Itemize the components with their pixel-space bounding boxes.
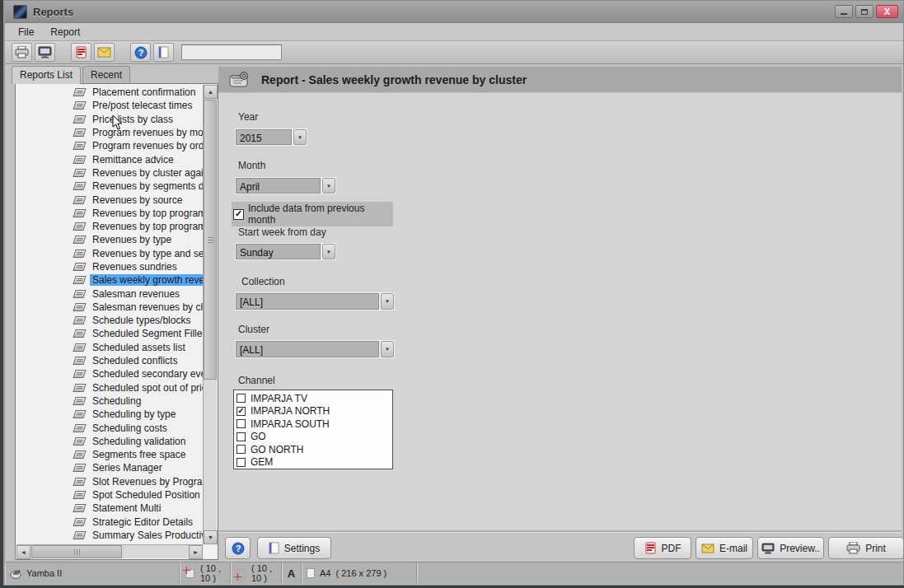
list-item[interactable]: Scheduled assets list	[16, 341, 203, 354]
menu-file[interactable]: File	[12, 25, 40, 40]
list-item[interactable]: Series Manager	[16, 461, 203, 474]
toolbar: ?	[5, 41, 903, 64]
tab-recent[interactable]: Recent	[82, 66, 130, 83]
list-item[interactable]: Revenues by cluster against	[16, 166, 203, 180]
list-item[interactable]: Scheduling costs	[16, 421, 203, 434]
minimize-button[interactable]	[835, 5, 853, 18]
list-item[interactable]: Revenues by top programs	[16, 207, 203, 220]
list-item[interactable]: Statement Multi	[16, 502, 203, 515]
settings-button[interactable]: Settings	[257, 537, 331, 559]
list-item[interactable]: Salesman revenues	[16, 287, 203, 300]
list-item[interactable]: Scheduled conflicts	[16, 354, 203, 367]
list-item[interactable]: Placement confirmation	[16, 86, 203, 99]
list-item[interactable]: Sales weekly growth revenu	[16, 273, 203, 287]
pdf-toolbar-button[interactable]	[71, 43, 91, 62]
list-item[interactable]: Spot Scheduled Position	[16, 488, 203, 502]
channel-checkbox[interactable]	[237, 394, 246, 403]
chevron-down-icon[interactable]	[322, 244, 335, 259]
channel-checkbox[interactable]	[237, 458, 246, 467]
vertical-scroll-thumb[interactable]	[204, 100, 217, 380]
list-item[interactable]: Strategic Editor Details	[16, 516, 203, 529]
collection-dropdown[interactable]: [ALL]	[235, 292, 395, 310]
include-previous-checkbox[interactable]	[233, 209, 244, 220]
start-week-dropdown[interactable]: Sunday	[235, 243, 336, 260]
horizontal-scroll-thumb[interactable]	[31, 545, 122, 558]
help-button[interactable]: ?	[225, 537, 251, 559]
reports-listbox: Placement confirmationPre/post telecast …	[15, 83, 218, 560]
list-item[interactable]: Scheduling by type	[16, 408, 203, 421]
chevron-down-icon[interactable]	[293, 129, 307, 145]
year-dropdown[interactable]: 2015	[235, 128, 307, 146]
settings-toolbar-button[interactable]	[153, 43, 174, 62]
list-item[interactable]: Scheduled Segment Fillers	[16, 327, 203, 340]
scroll-down-icon[interactable]: ▼	[204, 530, 218, 544]
channel-option[interactable]: GO NORTH	[237, 443, 392, 456]
help-toolbar-button[interactable]: ?	[130, 43, 151, 62]
list-item[interactable]: Scheduled secondary events	[16, 367, 203, 380]
list-item[interactable]: Revenues by segments deta	[16, 180, 203, 193]
chevron-down-icon[interactable]	[322, 178, 335, 194]
channel-option[interactable]: IMPARJA NORTH	[237, 405, 392, 418]
list-item-label: Segments free space	[90, 449, 188, 460]
email-toolbar-button[interactable]	[94, 43, 115, 62]
pdf-button[interactable]: PDF	[634, 537, 691, 559]
preview-button[interactable]: Preview..	[757, 537, 824, 559]
preview-toolbar-button[interactable]	[35, 43, 55, 62]
channel-option[interactable]: IMPARJA TV	[237, 392, 392, 405]
report-item-icon	[73, 156, 86, 164]
report-form: Year 2015 Month April Include data from …	[218, 93, 902, 532]
scroll-right-icon[interactable]: ►	[189, 545, 203, 559]
list-item[interactable]: Revenues by type and segm	[16, 247, 203, 260]
help-icon: ?	[134, 46, 148, 59]
list-item[interactable]: Scheduled spot out of price l	[16, 381, 203, 394]
menu-report[interactable]: Report	[44, 25, 87, 40]
list-item[interactable]: Scheduling	[16, 394, 203, 408]
list-item-label: Scheduled conflicts	[90, 355, 180, 366]
list-item-label: Revenues by top programs	[90, 208, 203, 219]
channel-option-label: GO NORTH	[251, 444, 303, 455]
app-window: Reports X File Report ?	[3, 0, 904, 586]
email-button[interactable]: E-mail	[696, 537, 753, 559]
list-item[interactable]: Revenues sundries	[16, 260, 203, 273]
include-previous-month-row[interactable]: Include data from previous month	[232, 202, 393, 226]
list-item[interactable]: Revenues by source	[16, 193, 203, 206]
chevron-down-icon[interactable]	[381, 293, 394, 310]
list-item[interactable]: Price lists by class	[16, 113, 203, 126]
list-item[interactable]: Revenues by top programs F	[16, 220, 203, 233]
channel-option[interactable]: IMPARJA SOUTH	[237, 418, 392, 431]
channel-option[interactable]: GEM	[237, 456, 392, 469]
channel-checkbox[interactable]	[237, 407, 246, 416]
channel-option[interactable]: GO	[237, 431, 392, 444]
report-item-icon	[73, 263, 86, 271]
scroll-up-icon[interactable]: ▲	[204, 85, 218, 99]
channel-checkbox[interactable]	[237, 419, 246, 428]
channel-checkbox[interactable]	[237, 432, 246, 441]
list-item[interactable]: Schedule types/blocks	[16, 314, 203, 327]
print-toolbar-button[interactable]	[12, 43, 32, 62]
close-button[interactable]: X	[876, 5, 898, 18]
list-item[interactable]: Salesman revenues by cluste	[16, 301, 203, 314]
list-item[interactable]: Program revenues by month	[16, 126, 203, 139]
report-item-icon	[73, 101, 86, 110]
chevron-down-icon[interactable]	[381, 341, 394, 357]
list-item[interactable]: Remittance advice	[16, 152, 203, 166]
print-button[interactable]: Print	[828, 537, 904, 559]
list-item[interactable]: Pre/post telecast times	[16, 99, 203, 112]
scroll-left-icon[interactable]: ◄	[16, 545, 30, 559]
maximize-button[interactable]	[855, 5, 874, 18]
list-item[interactable]: Slot Revenues by Programs	[16, 475, 203, 488]
toolbar-input[interactable]	[181, 44, 282, 60]
tab-reports-list[interactable]: Reports List	[12, 66, 81, 84]
list-item[interactable]: Scheduling validation	[16, 435, 203, 448]
list-item[interactable]: Summary Sales Productivity	[16, 529, 203, 542]
channel-checkbox[interactable]	[237, 445, 246, 454]
reports-list: Placement confirmationPre/post telecast …	[16, 86, 203, 544]
list-item[interactable]: Revenues by type	[16, 233, 203, 246]
month-dropdown[interactable]: April	[235, 177, 336, 194]
vertical-scrollbar[interactable]: ▲ ▼	[203, 85, 217, 544]
horizontal-scrollbar[interactable]: ◄ ►	[16, 544, 203, 558]
list-item[interactable]: Segments free space	[16, 448, 203, 461]
list-item[interactable]: Program revenues by order	[16, 139, 203, 152]
cluster-dropdown[interactable]: [ALL]	[235, 340, 395, 358]
footer-bar: ? Settings PDF E-mail Preview.. Print	[218, 532, 902, 562]
